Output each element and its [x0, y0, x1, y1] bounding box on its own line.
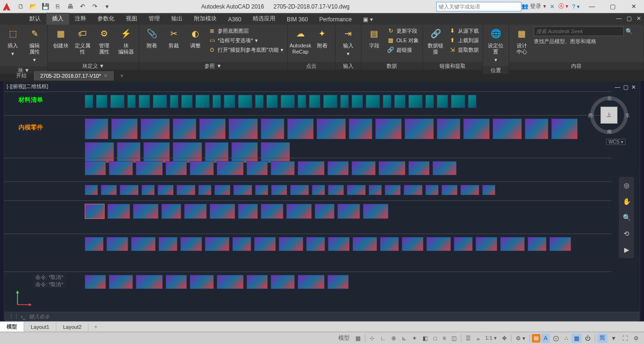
drawing-thumbnail[interactable]: [369, 185, 382, 195]
layout-tab-model[interactable]: 模型: [0, 322, 24, 332]
command-input[interactable]: [29, 314, 639, 319]
viewport-label[interactable]: [-][俯视][二维线框]: [5, 82, 50, 91]
drawing-thumbnail[interactable]: [337, 204, 360, 219]
drawing-thumbnail[interactable]: [405, 118, 434, 139]
tab-view[interactable]: 视图: [120, 13, 143, 25]
ribbon-restore-icon[interactable]: ▢: [626, 15, 632, 22]
set-location-button[interactable]: 🌐设定位置▾: [486, 27, 506, 64]
drawing-thumbnail[interactable]: [451, 95, 465, 108]
define-attribute-button[interactable]: 🏷定义属性: [72, 27, 92, 56]
drawing-thumbnail[interactable]: [528, 237, 547, 251]
drawing-thumbnail[interactable]: [161, 204, 181, 219]
drawing-thumbnail[interactable]: [109, 275, 133, 289]
drawing-thumbnail[interactable]: [349, 118, 372, 139]
filetab-add-button[interactable]: ＋: [115, 70, 129, 81]
status-quickprops-icon[interactable]: ▤: [532, 334, 540, 343]
qat-dropdown-icon[interactable]: ▾: [101, 1, 113, 12]
drawing-thumbnail[interactable]: [323, 95, 337, 108]
status-infer-icon[interactable]: ∟: [378, 334, 388, 343]
drawing-thumbnail[interactable]: [131, 237, 156, 251]
drawing-thumbnail[interactable]: [247, 275, 268, 289]
drawing-thumbnail[interactable]: [437, 95, 448, 108]
drawing-thumbnail[interactable]: [317, 118, 346, 139]
drawing-thumbnail[interactable]: [120, 185, 139, 195]
qat-new-icon[interactable]: 🗋: [15, 1, 26, 12]
drawing-thumbnail[interactable]: [306, 237, 325, 251]
drawing-thumbnail[interactable]: [426, 237, 451, 251]
account-icon[interactable]: 👥 登录 ▾: [521, 2, 546, 10]
upload-to-source-button[interactable]: ⬆上载到源: [448, 36, 480, 45]
manage-attribute-button[interactable]: ⚙管理 属性: [94, 27, 114, 56]
status-isodraft-icon[interactable]: ◧: [420, 334, 430, 343]
a360-icon[interactable]: Ⓐ ▾: [558, 2, 568, 10]
nav-pan-icon[interactable]: ✋: [621, 196, 632, 207]
drawing-thumbnail[interactable]: [139, 95, 150, 108]
drawing-thumbnail[interactable]: [281, 95, 295, 108]
drawing-thumbnail[interactable]: [212, 95, 221, 108]
drawing-thumbnail[interactable]: [255, 185, 268, 195]
close-button[interactable]: ✕: [623, 0, 644, 13]
status-transparency-icon[interactable]: ◫: [449, 334, 459, 343]
drawing-thumbnail[interactable]: [166, 275, 187, 289]
pc-attach-button[interactable]: ✦附着: [312, 27, 332, 50]
drawing-thumbnail[interactable]: [500, 237, 525, 251]
nav-orbit-icon[interactable]: ⟲: [621, 228, 632, 239]
drawing-thumbnail[interactable]: [271, 161, 295, 175]
drawing-thumbnail[interactable]: [85, 204, 105, 219]
drawing-thumbnail[interactable]: [328, 237, 350, 251]
drawing-thumbnail[interactable]: [106, 237, 128, 251]
status-annomonitor-icon[interactable]: ⨀: [551, 334, 561, 343]
drawing-thumbnail[interactable]: [109, 161, 133, 175]
hyperlink-button[interactable]: 🔗超链接: [386, 45, 420, 54]
drawing-thumbnail[interactable]: [205, 237, 229, 251]
drawing-thumbnail[interactable]: [468, 95, 476, 108]
status-hwaccel-icon[interactable]: ⏻: [582, 334, 593, 343]
download-from-source-button[interactable]: ⬇从源下载: [448, 27, 480, 35]
drawing-thumbnail[interactable]: [85, 161, 106, 175]
layout-tab-1[interactable]: Layout1: [24, 323, 56, 331]
drawing-thumbnail[interactable]: [159, 237, 177, 251]
drawing-thumbnail[interactable]: [101, 185, 117, 195]
drawing-thumbnail[interactable]: [404, 185, 423, 195]
drawing-thumbnail[interactable]: [493, 118, 522, 139]
drawing-thumbnail[interactable]: [328, 185, 344, 195]
status-scale-value[interactable]: 1:1 ▾: [483, 335, 498, 341]
drawing-thumbnail[interactable]: [315, 204, 335, 219]
viewcube-north[interactable]: 北: [607, 95, 612, 102]
drawing-thumbnail[interactable]: [232, 237, 251, 251]
update-fields-button[interactable]: ↻更新字段: [386, 27, 420, 35]
drawing-thumbnail[interactable]: [190, 275, 214, 289]
underlay-layers-button[interactable]: ≣参照底图图层: [207, 27, 284, 35]
drawing-thumbnail[interactable]: [402, 237, 423, 251]
minimize-button[interactable]: —: [582, 0, 602, 13]
drawing-thumbnail[interactable]: [255, 95, 264, 108]
viewcube-south[interactable]: 南: [607, 128, 612, 135]
status-grid-icon[interactable]: ▦: [353, 334, 363, 343]
drawing-thumbnail[interactable]: [190, 161, 214, 175]
drawing-thumbnail[interactable]: [437, 118, 460, 139]
drawing-thumbnail[interactable]: [85, 95, 93, 108]
exchange-icon[interactable]: ✕: [550, 3, 555, 10]
drawing-thumbnail[interactable]: [379, 161, 406, 175]
status-quickview-icon[interactable]: ▦: [572, 334, 582, 343]
status-isolate-icon[interactable]: ▼: [609, 334, 619, 343]
vp-close-icon[interactable]: ✕: [631, 84, 636, 91]
infocenter-search[interactable]: [436, 2, 521, 11]
drawing-thumbnail[interactable]: [195, 95, 210, 108]
drawing-thumbnail[interactable]: [85, 275, 106, 289]
status-snap-icon[interactable]: ⊹: [367, 334, 377, 343]
drawing-thumbnail[interactable]: [441, 185, 458, 195]
command-line[interactable]: ⋮⋮›_: [5, 312, 639, 321]
status-osnap-icon[interactable]: □: [431, 334, 439, 343]
drawing-thumbnail[interactable]: [141, 185, 155, 195]
filetab-start[interactable]: 开始: [9, 70, 34, 81]
tab-insert[interactable]: 插入: [46, 13, 69, 25]
drawing-thumbnail[interactable]: [286, 204, 312, 219]
qat-save-icon[interactable]: 💾: [40, 1, 51, 12]
datalink-button[interactable]: 🔗数据链接: [426, 27, 446, 56]
drawing-thumbnail[interactable]: [432, 161, 457, 175]
drawing-thumbnail[interactable]: [198, 185, 212, 195]
tab-performance[interactable]: Performance: [314, 14, 358, 25]
ole-object-button[interactable]: ▦OLE 对象: [386, 36, 420, 45]
drawing-thumbnail[interactable]: [136, 161, 163, 175]
